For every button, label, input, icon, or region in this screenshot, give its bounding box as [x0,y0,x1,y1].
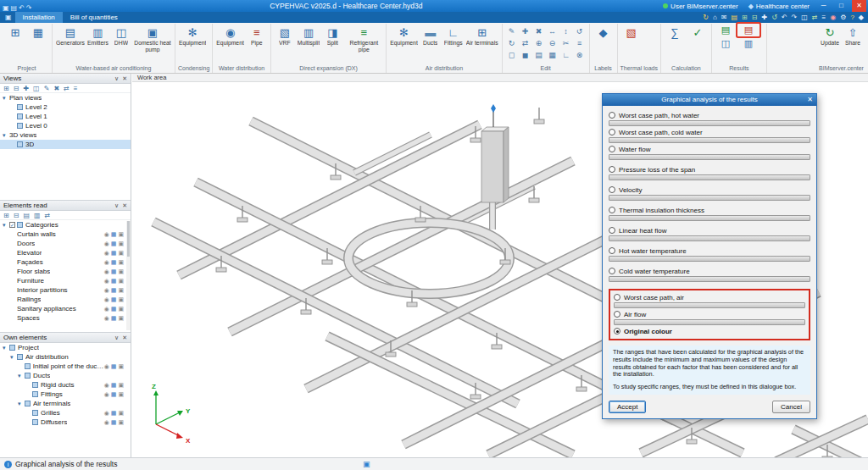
expand-arrow-icon[interactable]: ▾ [10,354,17,361]
expand-arrow-icon[interactable]: ▾ [3,222,9,229]
print-icon[interactable]: ▣ [118,278,124,285]
model-icon[interactable]: ▦ [111,363,117,370]
tree-item-air-distribution[interactable]: ▾Air distribution [0,352,131,362]
expand-arrow-icon[interactable]: ▾ [3,345,9,351]
range-bar[interactable] [609,120,810,126]
visible-icon[interactable]: ◉ [104,391,109,398]
pan-icon[interactable]: ✚ [761,12,767,23]
expand-arrow-icon[interactable]: ▾ [3,95,9,102]
close-button[interactable]: ✕ [852,0,866,12]
tree-item-level-2[interactable]: Level 2 [0,102,131,112]
range-bar[interactable] [609,235,810,241]
multisplit-button[interactable]: ▥Multisplit [297,24,320,47]
water-equipment-button[interactable]: ◉Equipment [215,24,245,47]
fittings-button[interactable]: ∟Fittings [442,24,465,47]
radio-icon[interactable] [609,129,615,135]
tree-item-3d-views[interactable]: ▾3D views [0,130,131,140]
grid-icon[interactable]: ▦ [546,49,559,61]
tree-item-furniture[interactable]: Furniture◉▦▣ [0,276,131,285]
print-icon[interactable]: ▣ [118,296,124,303]
snapshot-icon[interactable]: ◉ [830,12,836,23]
option-hot-water-temperature[interactable]: Hot water temperature [609,246,810,255]
tree-item-project[interactable]: ▾Project [0,343,131,352]
air-equipment-button[interactable]: ✻Equipment [389,24,419,47]
drawings-button[interactable]: ▥ [737,37,760,50]
angle-icon[interactable]: ∟ [559,49,573,61]
vrf-button[interactable]: ▧VRF [274,24,296,47]
print-icon[interactable]: ▣ [118,382,124,389]
print-icon[interactable]: ▣ [118,231,124,238]
visible-icon[interactable]: ◉ [104,306,109,312]
range-bar[interactable] [609,174,810,180]
option-linear-heat-flow[interactable]: Linear heat flow [609,226,810,235]
tree-item-spaces[interactable]: Spaces◉▦▣ [0,313,131,323]
model-icon[interactable]: ▦ [111,382,117,389]
radio-icon[interactable] [609,146,615,152]
tree-item-railings[interactable]: Railings◉▦▣ [0,295,131,304]
delete-icon[interactable]: ✖ [532,25,546,37]
measure-icon[interactable]: ⇄ [812,12,818,23]
dialog-title-bar[interactable]: Graphical analysis of the results ✕ [603,94,816,106]
visible-icon[interactable]: ◉ [104,250,109,257]
dialog-close-icon[interactable]: ✕ [807,94,813,106]
orbit-icon[interactable]: ↺ [771,12,777,23]
print-icon[interactable]: ▣ [118,241,124,247]
cancel-button[interactable]: Cancel [772,401,810,413]
expand-tree-icon[interactable]: ⊞ [3,85,9,92]
pipe-button[interactable]: ≡Pipe [246,24,268,47]
option-water-flow[interactable]: Water flow [609,145,810,153]
tree-item-diffusers[interactable]: Diffusers◉▦▣ [0,417,131,427]
range-bar[interactable] [609,137,810,143]
radio-icon[interactable] [609,207,615,213]
refrigerant-pipe-button[interactable]: ≡Refrigerant pipe [344,24,383,53]
radio-icon[interactable] [609,227,615,234]
emitters-button[interactable]: ▥Emitters [86,24,109,47]
model-icon[interactable]: ▦ [111,250,117,257]
visible-icon[interactable]: ◉ [104,231,109,238]
filled-square-icon[interactable]: ◼ [519,49,532,61]
tree-item-rigid-ducts[interactable]: Rigid ducts◉▦▣ [0,380,131,390]
collapse-all-icon[interactable]: ⊟ [14,212,19,219]
project-chip[interactable]: ◆Healthcare center [745,3,813,10]
thermal-loads-button[interactable]: ▧ [620,24,643,41]
tree-item-elevator[interactable]: Elevator◉▦▣ [0,248,131,257]
range-bar[interactable] [614,319,805,325]
option-cold-water-temperature[interactable]: Cold water temperature [609,267,810,275]
visible-icon[interactable]: ◉ [104,382,109,389]
work-area-tab[interactable]: Work area [132,74,868,82]
edit-view-icon[interactable]: ✎ [44,85,50,92]
print-icon[interactable]: ▣ [118,287,124,294]
building-model-button[interactable]: ▦ [27,24,49,41]
print-icon[interactable]: ▣ [118,250,124,257]
maximize-button[interactable]: □ [834,0,849,12]
zoom-out-icon[interactable]: ⊖ [546,37,559,49]
visible-icon[interactable]: ◉ [104,241,109,247]
visible-icon[interactable]: ◉ [104,296,109,303]
tree-item-level-0[interactable]: Level 0 [0,121,131,130]
visible-icon[interactable]: ◉ [104,419,109,426]
generators-button[interactable]: ▤Generators [55,24,86,47]
checkbox-icon[interactable]: ✓ [9,222,15,228]
option-worst-case-path-cold-water[interactable]: Worst case path, cold water [609,128,810,136]
collapse-panel-icon[interactable]: ∨ [114,335,119,341]
range-bar[interactable] [609,276,810,282]
project-settings-button[interactable]: ⊞ [4,24,26,41]
filter-icon[interactable]: ⇄ [45,212,51,219]
option-original-colour[interactable]: Original colour [614,327,805,335]
option-air-flow[interactable]: Air flow [614,310,805,318]
cut-icon[interactable]: ✂ [559,37,573,49]
range-bar[interactable] [609,256,810,262]
expand-arrow-icon[interactable]: ▾ [18,401,25,407]
tree-item-floor-slabs[interactable]: Floor slabs◉▦▣ [0,267,131,276]
domestic-heat-pump-button[interactable]: ▣Domestic heat pump [133,24,172,53]
model-icon[interactable]: ▦ [111,296,117,303]
print-icon[interactable]: ▣ [118,419,124,426]
print-icon[interactable]: ▣ [118,315,124,322]
move-horizontal-icon[interactable]: ↔ [546,25,559,37]
split-button[interactable]: ◨Split [321,24,343,47]
results-table-button[interactable]: ▤ [715,24,737,36]
model-icon[interactable]: ▦ [111,306,117,312]
tree-item-3d[interactable]: 3D [0,140,131,149]
minimize-button[interactable]: ─ [816,0,831,12]
redo-icon[interactable]: ↷ [25,4,33,12]
